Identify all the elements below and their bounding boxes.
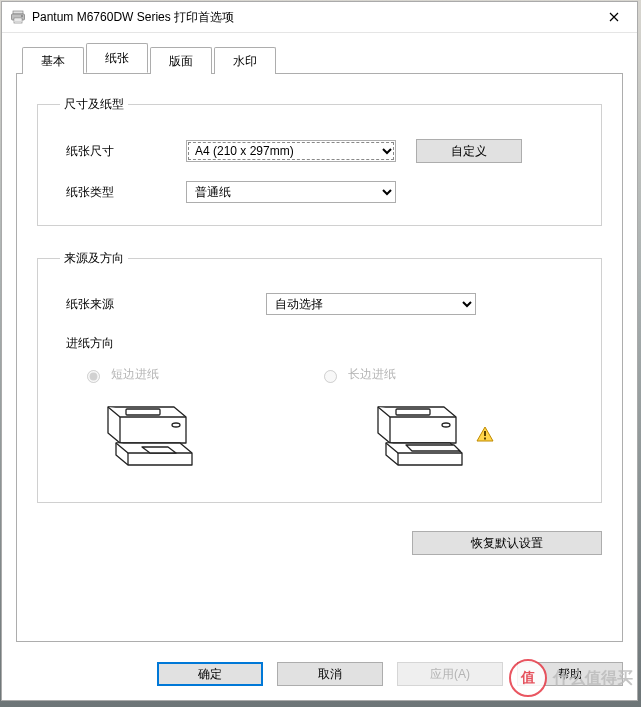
paper-size-label: 纸张尺寸: [60, 143, 186, 160]
cancel-button[interactable]: 取消: [277, 662, 383, 686]
radio-short-edge-label: 短边进纸: [111, 366, 159, 383]
custom-size-button[interactable]: 自定义: [416, 139, 522, 163]
group-size-type-legend: 尺寸及纸型: [60, 96, 128, 113]
feed-short-edge-illustration: [96, 395, 196, 480]
apply-button[interactable]: 应用(A): [397, 662, 503, 686]
dialog-footer: 确定 取消 应用(A) 帮助: [2, 652, 637, 700]
svg-point-7: [172, 423, 180, 427]
printer-icon: [10, 9, 26, 25]
svg-rect-3: [14, 18, 22, 23]
svg-rect-0: [13, 11, 23, 14]
radio-short-edge-input[interactable]: [87, 370, 100, 383]
print-preferences-dialog: Pantum M6760DW Series 打印首选项 基本 纸张 版面 水印 …: [1, 1, 638, 701]
dialog-content: 基本 纸张 版面 水印 尺寸及纸型 纸张尺寸 A4 (210 x 297mm) …: [2, 33, 637, 652]
radio-long-edge-label: 长边进纸: [348, 366, 396, 383]
window-title: Pantum M6760DW Series 打印首选项: [32, 9, 591, 26]
paper-type-label: 纸张类型: [60, 184, 186, 201]
titlebar: Pantum M6760DW Series 打印首选项: [2, 2, 637, 33]
paper-source-label: 纸张来源: [60, 296, 186, 313]
restore-defaults-button[interactable]: 恢复默认设置: [412, 531, 602, 555]
svg-point-2: [21, 15, 23, 17]
feed-direction-label: 进纸方向: [66, 335, 579, 352]
group-size-type: 尺寸及纸型 纸张尺寸 A4 (210 x 297mm) 自定义 纸张类型: [37, 96, 602, 226]
svg-rect-8: [396, 409, 430, 415]
svg-point-9: [442, 423, 450, 427]
svg-rect-6: [126, 409, 160, 415]
tab-bar: 基本 纸张 版面 水印: [16, 45, 623, 74]
paper-source-select[interactable]: 自动选择: [266, 293, 476, 315]
tab-basic[interactable]: 基本: [22, 47, 84, 74]
paper-size-select[interactable]: A4 (210 x 297mm): [186, 140, 396, 162]
group-source-orientation: 来源及方向 纸张来源 自动选择 进纸方向 短边进纸: [37, 250, 602, 503]
group-source-legend: 来源及方向: [60, 250, 128, 267]
tab-panel-paper: 尺寸及纸型 纸张尺寸 A4 (210 x 297mm) 自定义 纸张类型: [16, 74, 623, 642]
ok-button[interactable]: 确定: [157, 662, 263, 686]
close-button[interactable]: [591, 2, 637, 32]
warning-icon: [476, 425, 494, 446]
paper-type-select[interactable]: 普通纸: [186, 181, 396, 203]
tab-paper[interactable]: 纸张: [86, 43, 148, 73]
help-button[interactable]: 帮助: [517, 662, 623, 686]
radio-long-edge[interactable]: 长边进纸: [319, 366, 396, 383]
svg-rect-10: [484, 431, 486, 436]
tab-layout[interactable]: 版面: [150, 47, 212, 74]
radio-short-edge[interactable]: 短边进纸: [82, 366, 159, 383]
tab-watermark[interactable]: 水印: [214, 47, 276, 74]
radio-long-edge-input[interactable]: [324, 370, 337, 383]
svg-rect-11: [484, 438, 486, 440]
feed-long-edge-illustration: [366, 395, 466, 480]
